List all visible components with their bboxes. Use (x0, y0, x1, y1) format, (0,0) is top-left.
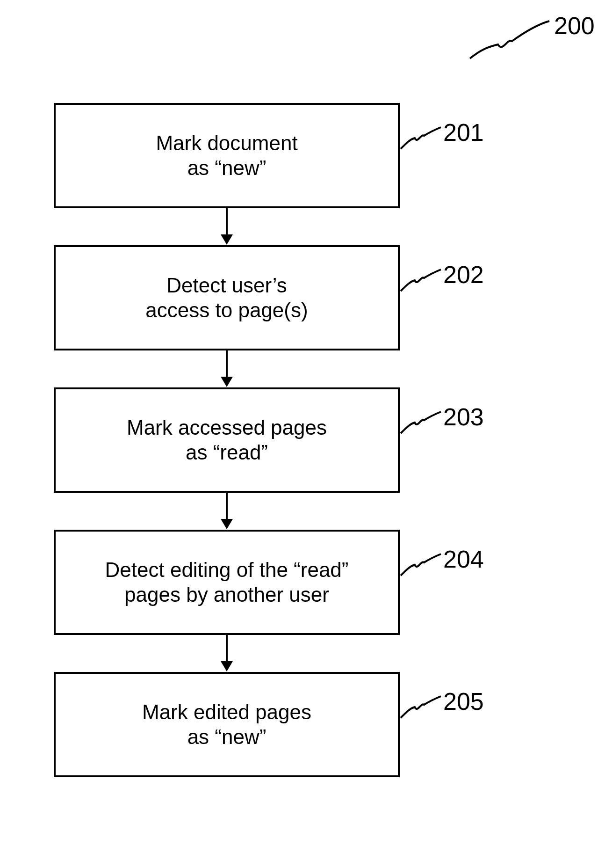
step-ref-205: 205 (443, 687, 484, 715)
flowchart-canvas: 200 Mark document as “new” 201 Detect us… (0, 0, 605, 868)
step-box-202: Detect user’s access to page(s) (54, 245, 400, 350)
step-ref-203: 203 (443, 403, 484, 431)
arrow-down-icon (215, 350, 238, 388)
arrow-down-icon (215, 208, 238, 246)
step-ref-204: 204 (443, 545, 484, 573)
step-text-line: Mark accessed pages (127, 416, 327, 440)
arrow-down-icon (215, 635, 238, 672)
ref-squiggle-201 (400, 126, 442, 150)
svg-marker-7 (221, 661, 233, 671)
step-text-line: Detect user’s (166, 273, 287, 298)
svg-marker-1 (221, 234, 233, 245)
step-text-line: pages by another user (124, 583, 329, 607)
svg-marker-3 (221, 377, 233, 387)
step-ref-201: 201 (443, 118, 484, 146)
step-text-line: as “new” (187, 725, 266, 750)
ref-squiggle-205 (400, 695, 442, 719)
figure-ref-squiggle (468, 19, 552, 61)
step-text-line: Mark document (156, 131, 297, 156)
arrow-down-icon (215, 493, 238, 530)
step-box-201: Mark document as “new” (54, 103, 400, 208)
step-text-line: Mark edited pages (142, 700, 311, 725)
figure-ref-label: 200 (554, 12, 595, 40)
svg-marker-5 (221, 519, 233, 529)
step-box-203: Mark accessed pages as “read” (54, 387, 400, 493)
step-text-line: as “new” (187, 156, 266, 181)
step-box-205: Mark edited pages as “new” (54, 672, 400, 777)
step-text-line: access to page(s) (145, 298, 308, 323)
step-ref-202: 202 (443, 261, 484, 289)
step-text-line: as “read” (186, 440, 268, 465)
ref-squiggle-202 (400, 269, 442, 292)
ref-squiggle-203 (400, 411, 442, 434)
step-box-204: Detect editing of the “read” pages by an… (54, 530, 400, 635)
step-text-line: Detect editing of the “read” (105, 558, 349, 583)
ref-squiggle-204 (400, 553, 442, 576)
